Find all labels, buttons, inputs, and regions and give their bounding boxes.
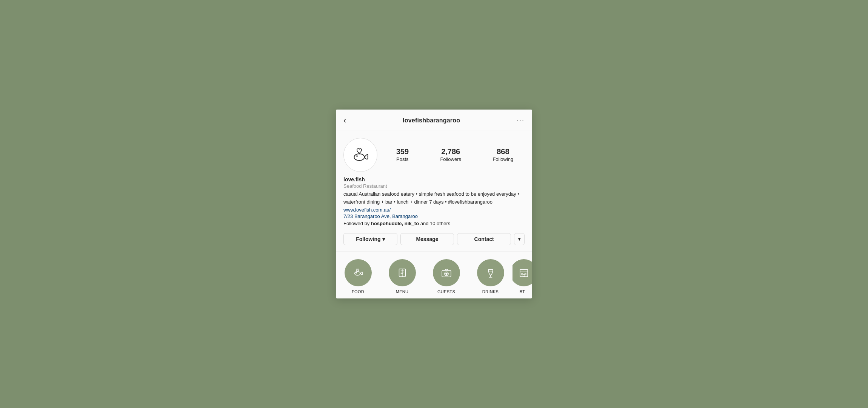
profile-top-section: 359 Posts 2,786 Followers 868 Following <box>336 130 532 176</box>
profile-username-header: lovefishbarangaroo <box>403 117 460 124</box>
profile-avatar-image <box>349 144 372 166</box>
camera-icon <box>440 266 453 279</box>
followed-by-suffix: and 10 others <box>419 221 450 226</box>
svg-point-4 <box>356 272 357 274</box>
following-button-label: Following <box>356 236 380 242</box>
fish-icon <box>352 266 365 279</box>
wine-glass-icon <box>484 266 497 279</box>
chevron-down-icon: ▾ <box>518 236 520 242</box>
posts-count: 359 <box>396 147 409 156</box>
following-count: 868 <box>497 147 509 156</box>
back-button[interactable]: ‹ <box>343 116 346 125</box>
profile-header: ‹ lovefishbarangaroo ··· <box>336 110 532 130</box>
highlight-food-label: FOOD <box>352 289 364 294</box>
highlight-bt-label: BT <box>520 289 525 294</box>
bio-text: casual Australian seafood eatery • simpl… <box>343 190 525 206</box>
svg-rect-19 <box>523 274 525 277</box>
message-button[interactable]: Message <box>400 233 454 245</box>
followed-by-prefix: Followed by <box>343 221 371 226</box>
svg-point-3 <box>354 271 360 275</box>
svg-point-1 <box>356 155 358 157</box>
contact-button-label: Contact <box>474 236 494 242</box>
svg-point-12 <box>445 273 447 274</box>
highlight-menu[interactable]: MENU <box>380 255 424 298</box>
highlight-guests-circle <box>433 259 460 286</box>
menu-book-icon <box>396 266 409 279</box>
action-buttons: Following ▾ Message Contact ▾ <box>336 232 532 251</box>
highlight-drinks-label: DRINKS <box>482 289 499 294</box>
highlight-guests[interactable]: GUESTS <box>424 255 468 298</box>
highlight-drinks[interactable]: DRINKS <box>468 255 512 298</box>
display-name: love.fish <box>343 176 525 182</box>
following-label: Following <box>492 156 513 163</box>
highlight-drinks-circle <box>477 259 504 286</box>
followed-by: Followed by hospohuddle, nik_to and 10 o… <box>343 221 525 226</box>
highlight-menu-circle <box>389 259 416 286</box>
address-link[interactable]: 7/23 Barangaroo Ave, Barangaroo <box>343 213 525 219</box>
followers-label: Followers <box>440 156 461 163</box>
instagram-profile-card: ‹ lovefishbarangaroo ··· <box>336 110 532 298</box>
more-options-button[interactable]: ··· <box>517 117 525 125</box>
followers-count: 2,786 <box>441 147 460 156</box>
posts-label: Posts <box>396 156 409 163</box>
bio-section: love.fish Seafood Restaurant casual Aust… <box>336 176 532 232</box>
highlight-guests-label: GUESTS <box>437 289 455 294</box>
stat-followers[interactable]: 2,786 Followers <box>440 147 461 163</box>
highlight-food-circle <box>345 259 372 286</box>
following-button[interactable]: Following ▾ <box>343 233 397 245</box>
stat-following[interactable]: 868 Following <box>492 147 513 163</box>
building-icon <box>517 266 530 279</box>
svg-rect-15 <box>520 269 528 277</box>
highlight-menu-label: MENU <box>396 289 409 294</box>
avatar-circle <box>343 138 377 172</box>
svg-point-0 <box>354 154 365 161</box>
avatar <box>343 138 377 172</box>
more-actions-button[interactable]: ▾ <box>514 233 525 245</box>
contact-button[interactable]: Contact <box>457 233 511 245</box>
highlight-bt[interactable]: BT <box>512 255 532 298</box>
stats-row: 359 Posts 2,786 Followers 868 Following <box>385 147 525 163</box>
followed-by-names: hospohuddle, nik_to <box>371 221 419 226</box>
highlight-bt-circle <box>512 259 532 286</box>
message-button-label: Message <box>416 236 438 242</box>
bio-category: Seafood Restaurant <box>343 183 525 189</box>
stat-posts[interactable]: 359 Posts <box>396 147 409 163</box>
highlights-section: FOOD MENU <box>336 251 532 298</box>
website-link[interactable]: www.lovefish.com.au/ <box>343 207 525 213</box>
highlight-food[interactable]: FOOD <box>336 255 380 298</box>
following-chevron-icon: ▾ <box>382 236 385 242</box>
